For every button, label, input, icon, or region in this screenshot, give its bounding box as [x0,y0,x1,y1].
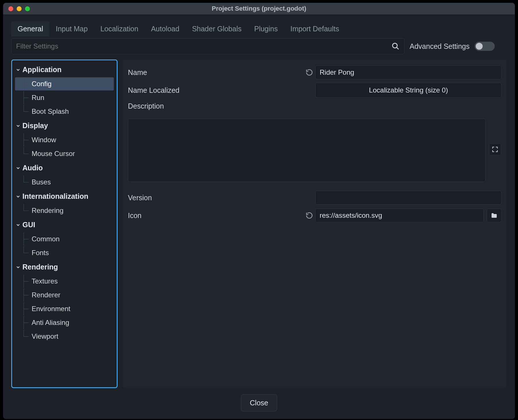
window-title: Project Settings (project.godot) [3,5,515,12]
settings-sidebar: ApplicationConfigRunBoot SplashDisplayWi… [11,59,118,388]
tab-input-map[interactable]: Input Map [49,21,94,36]
name-localized-button[interactable]: Localizable String (size 0) [315,83,502,98]
reset-icon [306,69,313,76]
sidebar-item-label: Anti Aliasing [32,319,69,326]
browse-icon-button[interactable] [487,209,502,222]
tab-general[interactable]: General [11,21,49,36]
filter-box [11,38,404,54]
category-label: Audio [22,164,43,172]
icon-input[interactable] [315,209,484,222]
close-button[interactable]: Close [241,394,277,411]
category-label: Internationalization [22,192,88,201]
tabs: General Input Map Localization Autoload … [11,21,507,36]
sidebar-item-label: Mouse Cursor [32,150,75,157]
setting-name-localized-row: Name Localized Localizable String (size … [128,81,502,99]
tab-plugins[interactable]: Plugins [248,21,284,36]
version-input[interactable] [315,191,502,205]
main-area: ApplicationConfigRunBoot SplashDisplayWi… [11,59,507,388]
search-icon [392,42,400,50]
name-input[interactable] [315,65,502,79]
sidebar-item-label: Common [32,235,60,243]
setting-version-label: Version [128,194,303,202]
category-label: GUI [22,221,35,229]
setting-name-localized-label: Name Localized [128,86,303,95]
filter-input[interactable] [16,42,392,50]
setting-version-row: Version [128,189,502,207]
minimize-window-button[interactable] [17,6,22,11]
tab-import-defaults[interactable]: Import Defaults [284,21,346,36]
sidebar-category-internationalization[interactable]: Internationalization [13,189,116,203]
description-input[interactable] [128,119,486,182]
setting-name-label: Name [128,68,303,77]
sidebar-item-textures[interactable]: Textures [15,275,114,288]
sidebar-scroll[interactable]: ApplicationConfigRunBoot SplashDisplayWi… [13,63,116,385]
sidebar-item-label: Fonts [32,249,49,257]
advanced-settings-label: Advanced Settings [410,42,469,51]
advanced-settings-toggle[interactable] [475,42,495,51]
category-label: Application [22,65,62,74]
sidebar-item-common[interactable]: Common [15,232,114,246]
titlebar: Project Settings (project.godot) [3,3,515,14]
sidebar-item-config[interactable]: Config [15,77,114,90]
svg-line-1 [397,47,399,49]
sidebar-item-label: Run [32,94,44,101]
sidebar-item-fonts[interactable]: Fonts [15,246,114,259]
sidebar-item-environment[interactable]: Environment [15,302,114,315]
advanced-settings: Advanced Settings [410,42,495,51]
setting-icon-label: Icon [128,211,303,220]
setting-description-row [128,117,502,182]
setting-description-label-row: Description [128,99,502,117]
sidebar-category-application[interactable]: Application [13,63,116,77]
reset-icon[interactable] [303,212,315,219]
sidebar-item-label: Buses [32,178,51,186]
sidebar-item-window[interactable]: Window [15,133,114,147]
category-label: Rendering [22,263,58,271]
sidebar-item-label: Renderer [32,291,60,299]
sidebar-category-rendering[interactable]: Rendering [13,260,116,274]
sidebar-item-label: Environment [32,305,70,313]
sidebar-category-gui[interactable]: GUI [13,218,116,232]
tab-shader-globals[interactable]: Shader Globals [186,21,248,36]
sidebar-item-renderer[interactable]: Renderer [15,288,114,302]
sidebar-item-rendering[interactable]: Rendering [15,204,114,217]
sidebar-item-boot-splash[interactable]: Boot Splash [15,105,114,118]
expand-icon [492,146,498,153]
setting-description-label: Description [128,102,303,110]
project-settings-window: Project Settings (project.godot) General… [3,3,515,419]
setting-icon-row: Icon [128,207,502,224]
folder-icon [491,212,498,219]
window-controls [8,6,30,11]
reset-icon [306,212,313,219]
footer: Close [11,388,507,413]
settings-content: Name Name Localized Localizable String (… [123,59,507,388]
tab-localization[interactable]: Localization [94,21,145,36]
filter-row: Advanced Settings [11,38,507,54]
sidebar-item-label: Window [32,136,56,144]
window-body: General Input Map Localization Autoload … [3,14,515,419]
expand-description-button[interactable] [489,143,501,155]
sidebar-item-run[interactable]: Run [15,91,114,104]
svg-point-0 [393,43,397,48]
sidebar-item-label: Textures [32,277,58,285]
sidebar-item-label: Rendering [32,207,64,214]
close-window-button[interactable] [8,6,13,11]
maximize-window-button[interactable] [25,6,30,11]
sidebar-item-mouse-cursor[interactable]: Mouse Cursor [15,147,114,160]
sidebar-category-audio[interactable]: Audio [13,161,116,175]
sidebar-item-label: Viewport [32,332,58,340]
sidebar-item-label: Boot Splash [32,107,69,115]
sidebar-item-label: Config [32,80,51,88]
setting-name-row: Name [128,63,502,81]
sidebar-item-anti-aliasing[interactable]: Anti Aliasing [15,316,114,329]
sidebar-item-viewport[interactable]: Viewport [15,330,114,343]
sidebar-item-buses[interactable]: Buses [15,176,114,189]
category-label: Display [22,122,48,130]
tab-autoload[interactable]: Autoload [145,21,186,36]
sidebar-category-display[interactable]: Display [13,119,116,133]
reset-name[interactable] [303,69,315,76]
